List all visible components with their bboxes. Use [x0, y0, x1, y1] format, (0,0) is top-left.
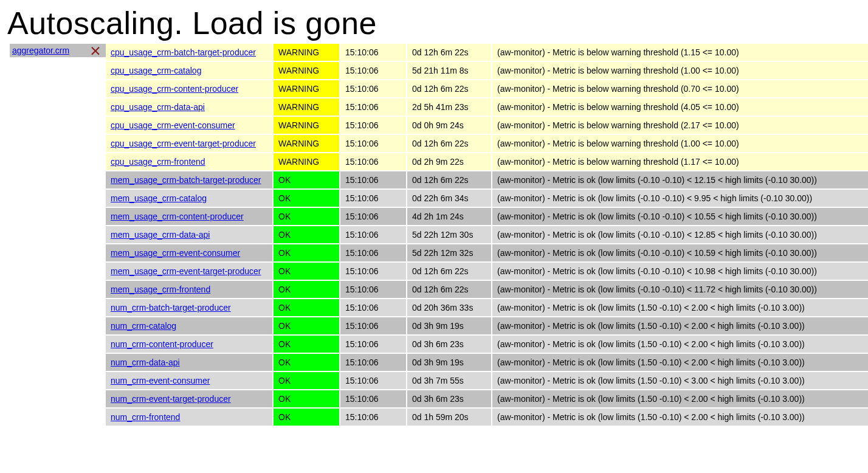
time-cell: 15:10:06 [340, 135, 407, 152]
status-cell: OK [274, 409, 340, 426]
metric-cell: cpu_usage_crm-event-target-producer [106, 135, 274, 152]
host-row: aggregator.crm [10, 44, 106, 58]
status-row: num_crm-content-producerOK15:10:060d 3h … [106, 336, 868, 354]
metric-link[interactable]: num_crm-batch-target-producer [111, 303, 231, 312]
info-cell: (aw-monitor) - Metric is ok (low limits … [492, 263, 868, 280]
info-cell: (aw-monitor) - Metric is below warning t… [492, 80, 868, 97]
time-cell: 15:10:06 [340, 372, 407, 389]
time-cell: 15:10:06 [340, 354, 407, 371]
metric-cell: num_crm-batch-target-producer [106, 299, 274, 316]
status-row: mem_usage_crm-frontendOK15:10:060d 12h 6… [106, 281, 868, 299]
duration-cell: 0d 12h 6m 22s [407, 135, 492, 152]
status-row: num_crm-frontendOK15:10:060d 1h 59m 20s(… [106, 409, 868, 427]
status-row: num_crm-catalogOK15:10:060d 3h 9m 19s(aw… [106, 317, 868, 336]
status-bad-icon [90, 45, 101, 56]
sidebar: aggregator.crm [10, 44, 106, 58]
metric-link[interactable]: mem_usage_crm-catalog [111, 193, 207, 203]
status-row: mem_usage_crm-catalogOK15:10:060d 22h 6m… [106, 190, 868, 208]
metric-link[interactable]: mem_usage_crm-data-api [111, 230, 210, 240]
metric-cell: mem_usage_crm-batch-target-producer [106, 171, 274, 188]
duration-cell: 0d 12h 6m 22s [407, 281, 492, 298]
metric-link[interactable]: mem_usage_crm-batch-target-producer [111, 175, 261, 185]
metric-link[interactable]: mem_usage_crm-frontend [111, 285, 210, 294]
time-cell: 15:10:06 [340, 208, 407, 225]
duration-cell: 0d 0h 9m 24s [407, 117, 492, 134]
host-link[interactable]: aggregator.crm [12, 46, 69, 55]
duration-cell: 0d 2h 9m 22s [407, 153, 492, 170]
status-cell: OK [274, 244, 340, 261]
metric-cell: cpu_usage_crm-frontend [106, 153, 274, 170]
info-cell: (aw-monitor) - Metric is below warning t… [492, 135, 868, 152]
duration-cell: 0d 12h 6m 22s [407, 80, 492, 97]
status-cell: OK [274, 190, 340, 207]
metric-link[interactable]: cpu_usage_crm-batch-target-producer [111, 47, 256, 57]
duration-cell: 0d 1h 59m 20s [407, 409, 492, 426]
time-cell: 15:10:06 [340, 44, 407, 61]
duration-cell: 0d 20h 36m 33s [407, 299, 492, 316]
duration-cell: 0d 12h 6m 22s [407, 171, 492, 188]
duration-cell: 0d 12h 6m 22s [407, 263, 492, 280]
time-cell: 15:10:06 [340, 317, 407, 334]
status-cell: OK [274, 263, 340, 280]
time-cell: 15:10:06 [340, 281, 407, 298]
status-cell: OK [274, 226, 340, 243]
metric-link[interactable]: num_crm-event-target-producer [111, 394, 231, 404]
time-cell: 15:10:06 [340, 171, 407, 188]
metric-link[interactable]: cpu_usage_crm-event-target-producer [111, 139, 256, 148]
metric-cell: mem_usage_crm-frontend [106, 281, 274, 298]
metric-cell: num_crm-event-consumer [106, 372, 274, 389]
metric-link[interactable]: num_crm-data-api [111, 357, 180, 367]
metric-link[interactable]: cpu_usage_crm-content-producer [111, 84, 238, 94]
time-cell: 15:10:06 [340, 263, 407, 280]
info-cell: (aw-monitor) - Metric is below warning t… [492, 62, 868, 79]
metric-cell: mem_usage_crm-event-target-producer [106, 263, 274, 280]
duration-cell: 5d 22h 12m 30s [407, 226, 492, 243]
status-row: cpu_usage_crm-batch-target-producerWARNI… [106, 44, 868, 62]
metric-link[interactable]: cpu_usage_crm-data-api [111, 102, 205, 112]
metric-cell: cpu_usage_crm-batch-target-producer [106, 44, 274, 61]
status-cell: OK [274, 317, 340, 334]
metric-cell: num_crm-data-api [106, 354, 274, 371]
info-cell: (aw-monitor) - Metric is below warning t… [492, 98, 868, 116]
time-cell: 15:10:06 [340, 390, 407, 407]
status-cell: WARNING [274, 117, 340, 134]
status-row: cpu_usage_crm-content-producerWARNING15:… [106, 80, 868, 98]
time-cell: 15:10:06 [340, 409, 407, 426]
metric-link[interactable]: mem_usage_crm-event-consumer [111, 248, 240, 258]
metric-link[interactable]: mem_usage_crm-event-target-producer [111, 266, 261, 276]
metric-link[interactable]: num_crm-catalog [111, 321, 176, 331]
info-cell: (aw-monitor) - Metric is ok (low limits … [492, 354, 868, 371]
metric-cell: mem_usage_crm-content-producer [106, 208, 274, 225]
info-cell: (aw-monitor) - Metric is ok (low limits … [492, 208, 868, 225]
duration-cell: 0d 3h 7m 55s [407, 372, 492, 389]
metric-link[interactable]: num_crm-content-producer [111, 339, 213, 349]
metric-link[interactable]: cpu_usage_crm-event-consumer [111, 120, 235, 130]
status-cell: WARNING [274, 44, 340, 61]
metric-link[interactable]: cpu_usage_crm-frontend [111, 157, 205, 167]
metric-cell: num_crm-event-target-producer [106, 390, 274, 407]
status-row: mem_usage_crm-batch-target-producerOK15:… [106, 171, 868, 190]
metric-cell: mem_usage_crm-data-api [106, 226, 274, 243]
status-row: mem_usage_crm-content-producerOK15:10:06… [106, 208, 868, 226]
info-cell: (aw-monitor) - Metric is ok (low limits … [492, 190, 868, 207]
status-cell: OK [274, 390, 340, 407]
status-cell: OK [274, 354, 340, 371]
metric-cell: cpu_usage_crm-content-producer [106, 80, 274, 97]
metric-link[interactable]: mem_usage_crm-content-producer [111, 212, 244, 221]
status-cell: WARNING [274, 135, 340, 152]
duration-cell: 0d 12h 6m 22s [407, 44, 492, 61]
status-row: num_crm-data-apiOK15:10:060d 3h 9m 19s(a… [106, 354, 868, 372]
status-cell: OK [274, 171, 340, 188]
duration-cell: 0d 3h 6m 23s [407, 390, 492, 407]
metric-link[interactable]: num_crm-event-consumer [111, 376, 210, 385]
info-cell: (aw-monitor) - Metric is ok (low limits … [492, 390, 868, 407]
info-cell: (aw-monitor) - Metric is ok (low limits … [492, 336, 868, 353]
metric-cell: cpu_usage_crm-event-consumer [106, 117, 274, 134]
time-cell: 15:10:06 [340, 80, 407, 97]
status-row: mem_usage_crm-event-target-producerOK15:… [106, 263, 868, 281]
metric-link[interactable]: num_crm-frontend [111, 412, 180, 422]
status-row: cpu_usage_crm-event-consumerWARNING15:10… [106, 117, 868, 135]
metric-cell: num_crm-frontend [106, 409, 274, 426]
time-cell: 15:10:06 [340, 153, 407, 170]
metric-link[interactable]: cpu_usage_crm-catalog [111, 66, 201, 75]
